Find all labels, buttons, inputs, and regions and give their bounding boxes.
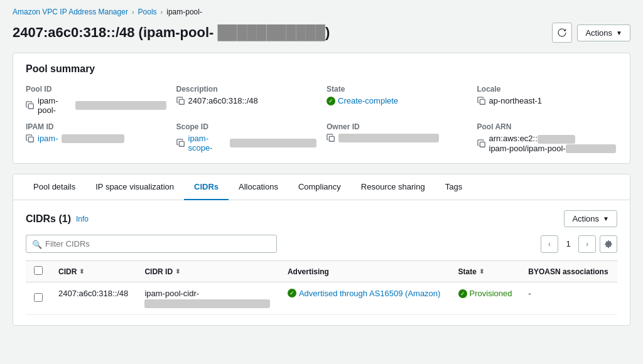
refresh-button[interactable] bbox=[552, 23, 572, 43]
copy-icon-ipam[interactable] bbox=[26, 134, 35, 143]
pool-id-blurred bbox=[75, 101, 166, 110]
cidrs-actions-button[interactable]: Actions ▼ bbox=[564, 210, 617, 227]
tab-compliancy[interactable]: Compliancy bbox=[288, 174, 351, 200]
pagination: ‹ 1 › bbox=[541, 235, 617, 253]
state-field: State ✓ Create-complete bbox=[327, 85, 467, 115]
cidrs-info-link[interactable]: Info bbox=[76, 215, 89, 223]
advertising-link[interactable]: Advertised through AS16509 (Amazon) bbox=[299, 289, 440, 298]
check-circle-provisioned: ✓ bbox=[458, 289, 467, 298]
arn-blurred-2 bbox=[566, 144, 616, 153]
gear-icon bbox=[604, 240, 613, 249]
copy-icon-owner[interactable] bbox=[327, 134, 335, 142]
select-all-checkbox[interactable] bbox=[34, 266, 43, 275]
header-actions-label: Actions bbox=[585, 28, 612, 38]
svg-rect-3 bbox=[28, 137, 33, 142]
locale-label: Locale bbox=[477, 85, 618, 94]
locale-field: Locale ap-northeast-1 bbox=[477, 85, 618, 115]
table-settings-button[interactable] bbox=[600, 235, 617, 253]
tab-tags[interactable]: Tags bbox=[435, 174, 472, 200]
page-title: 2407:a6c0:318::/48 (ipam-pool- █████████… bbox=[13, 24, 330, 41]
page-header: 2407:a6c0:318::/48 (ipam-pool- █████████… bbox=[13, 23, 630, 43]
state-column-header[interactable]: State ⬍ bbox=[451, 261, 521, 282]
cidr-column-header[interactable]: CIDR ⬍ bbox=[51, 261, 137, 282]
cidrs-section: CIDRs (1) Info Actions ▼ 🔍 ‹ 1 › bbox=[13, 200, 630, 325]
scope-id-value: ipam-scope- bbox=[176, 134, 317, 153]
row-select-cell bbox=[26, 282, 51, 315]
cidr-id-column-header[interactable]: CIDR ID ⬍ bbox=[137, 261, 280, 282]
copy-icon-arn[interactable] bbox=[477, 139, 486, 148]
owner-id-value bbox=[327, 134, 467, 142]
tab-allocations[interactable]: Allocations bbox=[229, 174, 288, 200]
chevron-down-icon: ▼ bbox=[616, 29, 622, 36]
svg-rect-0 bbox=[28, 104, 33, 109]
cidr-table: CIDR ⬍ CIDR ID ⬍ Advertising bbox=[26, 260, 617, 315]
byoasn-cell: - bbox=[521, 282, 617, 315]
tab-ip-space[interactable]: IP space visualization bbox=[85, 174, 184, 200]
next-page-button[interactable]: › bbox=[578, 235, 596, 253]
scope-id-label: Scope ID bbox=[176, 122, 317, 131]
owner-id-label: Owner ID bbox=[327, 122, 467, 131]
state-label: State bbox=[327, 85, 467, 94]
svg-rect-1 bbox=[179, 99, 184, 104]
cidrs-header: CIDRs (1) Info Actions ▼ bbox=[26, 210, 617, 227]
header-actions-button[interactable]: Actions ▼ bbox=[577, 24, 630, 41]
table-row: 2407:a6c0:318::/48 ipam-pool-cidr- ✓ bbox=[26, 282, 617, 315]
state-text: Provisioned bbox=[470, 289, 512, 298]
cidr-id-prefix: ipam-pool-cidr- bbox=[144, 289, 273, 298]
locale-text: ap-northeast-1 bbox=[489, 96, 543, 105]
header-actions: Actions ▼ bbox=[552, 23, 630, 43]
cidrs-title: CIDRs (1) Info bbox=[26, 213, 89, 225]
copy-icon-description[interactable] bbox=[176, 97, 185, 105]
breadcrumb-current: ipam-pool- bbox=[166, 8, 202, 16]
cidr-id-blurred bbox=[144, 299, 270, 308]
scope-id-link[interactable]: ipam-scope- bbox=[188, 134, 227, 153]
tab-pool-details[interactable]: Pool details bbox=[23, 174, 85, 200]
prev-page-button[interactable]: ‹ bbox=[541, 235, 558, 253]
svg-rect-5 bbox=[329, 136, 334, 141]
pool-summary-card: Pool summary Pool ID ipam-pool- Descript… bbox=[13, 53, 630, 164]
copy-icon-scope[interactable] bbox=[176, 139, 185, 147]
select-all-header bbox=[26, 261, 51, 282]
arn-blurred-1 bbox=[538, 135, 575, 144]
byoasn-column-header: BYOASN associations bbox=[521, 261, 617, 282]
cidrs-section-title: CIDRs (1) bbox=[26, 213, 71, 225]
filter-wrap: 🔍 bbox=[26, 235, 277, 253]
tab-resource-sharing[interactable]: Resource sharing bbox=[351, 174, 435, 200]
check-circle-state: ✓ bbox=[327, 97, 335, 105]
owner-id-field: Owner ID bbox=[327, 122, 467, 153]
breadcrumb-pools[interactable]: Pools bbox=[138, 8, 157, 16]
cidrs-actions-label: Actions bbox=[572, 214, 599, 223]
check-circle-advertised: ✓ bbox=[288, 289, 296, 297]
breadcrumb-root[interactable]: Amazon VPC IP Address Manager bbox=[13, 8, 128, 16]
state-link[interactable]: Create-complete bbox=[338, 96, 398, 105]
tab-cidrs[interactable]: CIDRs bbox=[184, 174, 229, 200]
cidr-filter-input[interactable] bbox=[26, 235, 277, 253]
state-value: ✓ Create-complete bbox=[327, 96, 467, 105]
tabs-bar: Pool details IP space visualization CIDR… bbox=[13, 174, 630, 200]
advertising-cell: ✓ Advertised through AS16509 (Amazon) bbox=[280, 282, 451, 315]
ipam-id-link[interactable]: ipam- bbox=[38, 134, 58, 143]
ipam-id-label: IPAM ID bbox=[26, 122, 166, 131]
ipam-id-blurred bbox=[62, 134, 124, 143]
svg-rect-4 bbox=[179, 141, 184, 146]
pool-id-label: Pool ID bbox=[26, 85, 166, 94]
owner-id-blurred bbox=[338, 134, 439, 142]
scope-id-field: Scope ID ipam-scope- bbox=[176, 122, 317, 153]
pool-summary-title: Pool summary bbox=[26, 63, 617, 75]
cidr-cell: 2407:a6c0:318::/48 bbox=[51, 282, 137, 315]
pool-arn-value: arn:aws:ec2:: ipam-pool/ipam-pool- bbox=[477, 134, 618, 153]
advertising-column-header: Advertising bbox=[280, 261, 451, 282]
byoasn-value: - bbox=[528, 289, 531, 298]
search-icon: 🔍 bbox=[32, 239, 42, 249]
page-container: Amazon VPC IP Address Manager › Pools › … bbox=[0, 0, 643, 364]
row-checkbox[interactable] bbox=[34, 293, 43, 302]
table-header-row: CIDR ⬍ CIDR ID ⬍ Advertising bbox=[26, 261, 617, 282]
state-cell: ✓ Provisioned bbox=[451, 282, 521, 315]
cidr-id-cell: ipam-pool-cidr- bbox=[137, 282, 280, 315]
summary-grid: Pool ID ipam-pool- Description bbox=[26, 85, 617, 153]
copy-icon-locale[interactable] bbox=[477, 97, 486, 105]
cidr-sort-icon: ⬍ bbox=[79, 268, 84, 275]
breadcrumb-sep-2: › bbox=[161, 8, 163, 16]
state-sort-icon: ⬍ bbox=[479, 268, 484, 275]
copy-icon-pool-id[interactable] bbox=[26, 101, 35, 110]
